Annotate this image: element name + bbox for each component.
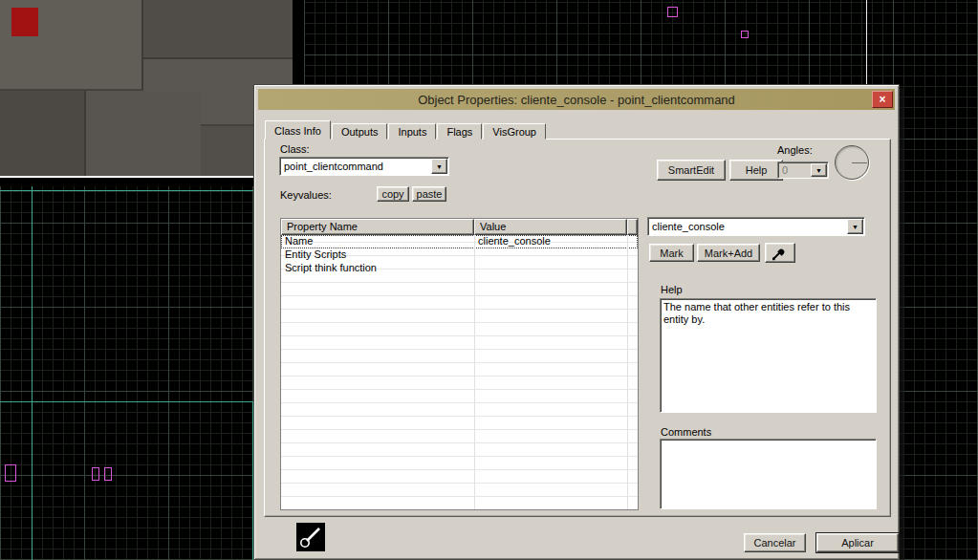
cancel-button[interactable]: Cancelar (744, 533, 806, 552)
wire-line (0, 401, 253, 402)
viewport-splitter[interactable] (0, 176, 293, 178)
texture-block (143, 0, 293, 59)
dialog-titlebar[interactable]: Object Properties: cliente_console - poi… (258, 89, 895, 110)
tab-outputs[interactable]: Outputs (332, 123, 388, 140)
property-name-cell: Script think function (281, 262, 474, 275)
class-dropdown[interactable]: point_clientcommand ▼ (279, 157, 449, 176)
mark-button[interactable]: Mark (649, 244, 694, 262)
viewport-3d[interactable] (0, 0, 293, 176)
class-info-panel: Class: point_clientcommand ▼ SmartEdit H… (264, 139, 891, 517)
table-body: Name cliente_console Entity Scripts Scri… (281, 235, 638, 509)
comments-label: Comments (661, 426, 711, 438)
tab-visgroup[interactable]: VisGroup (483, 123, 546, 140)
texture-block (0, 91, 86, 176)
column-value[interactable]: Value (474, 219, 627, 235)
targetname-dropdown[interactable]: cliente_console ▼ (647, 217, 865, 236)
smartedit-button[interactable]: SmartEdit (657, 160, 726, 181)
chevron-down-icon[interactable]: ▼ (847, 219, 863, 234)
hammer-editor: Object Properties: cliente_console - poi… (0, 0, 978, 560)
paste-button[interactable]: paste (412, 186, 446, 202)
comments-box[interactable] (660, 439, 877, 509)
table-header: Property Name Value (281, 219, 638, 235)
texture-block (86, 91, 201, 176)
selection-box (104, 467, 112, 481)
help-section-label: Help (661, 284, 683, 295)
table-row[interactable]: Name cliente_console (281, 235, 638, 248)
apply-button[interactable]: Aplicar (816, 533, 899, 552)
table-row[interactable]: Script think function (281, 262, 638, 275)
selection-box (667, 7, 678, 17)
column-divider (627, 235, 628, 509)
targetname-value: cliente_console (652, 221, 725, 232)
selection-box (741, 31, 749, 38)
tab-flags[interactable]: Flags (437, 123, 482, 140)
selection-box (92, 467, 99, 481)
copy-button[interactable]: copy (377, 186, 409, 202)
eyedropper-button[interactable] (765, 243, 795, 263)
keyvalues-label: Keyvalues: (280, 189, 332, 201)
column-spacer (627, 219, 638, 235)
help-text-box: The name that other entities refer to th… (660, 298, 877, 413)
keyvalues-table: Property Name Value Name cliente_console… (280, 218, 639, 510)
property-name-cell: Entity Scripts (281, 248, 474, 262)
angle-dial[interactable] (835, 145, 869, 180)
chevron-down-icon[interactable]: ▼ (811, 163, 827, 177)
table-row[interactable]: Entity Scripts (281, 248, 638, 262)
wire-line (32, 186, 33, 560)
viewport-2d-side[interactable] (0, 186, 296, 560)
property-value-cell: cliente_console (474, 235, 551, 248)
column-divider (474, 235, 475, 509)
eyedropper-icon (771, 246, 790, 261)
class-label: Class: (280, 143, 310, 155)
wire-line (0, 190, 296, 191)
help-text: The name that other entities refer to th… (663, 301, 850, 325)
class-dropdown-value: point_clientcommand (284, 161, 383, 172)
help-button[interactable]: Help (729, 160, 783, 181)
hammer-icon-button[interactable] (296, 523, 325, 551)
angles-value: 0 (782, 164, 788, 176)
hammer-icon (296, 523, 325, 551)
angles-dropdown[interactable]: 0 ▼ (777, 162, 829, 179)
close-icon: × (879, 93, 885, 106)
mark-add-button[interactable]: Mark+Add (697, 244, 760, 262)
angles-label: Angles: (777, 144, 813, 156)
property-name-cell: Name (281, 235, 474, 248)
tab-class-info[interactable]: Class Info (265, 120, 331, 140)
chevron-down-icon[interactable]: ▼ (431, 159, 447, 174)
selection-box (5, 464, 16, 482)
selected-brush-marker (11, 8, 38, 36)
dialog-title: Object Properties: cliente_console - poi… (418, 93, 735, 107)
object-properties-dialog: Object Properties: cliente_console - poi… (253, 84, 900, 560)
column-property-name[interactable]: Property Name (281, 219, 474, 235)
tab-bar: Class Info Outputs Inputs Flags VisGroup (265, 120, 547, 140)
close-button[interactable]: × (872, 91, 893, 108)
tab-inputs[interactable]: Inputs (388, 123, 436, 140)
